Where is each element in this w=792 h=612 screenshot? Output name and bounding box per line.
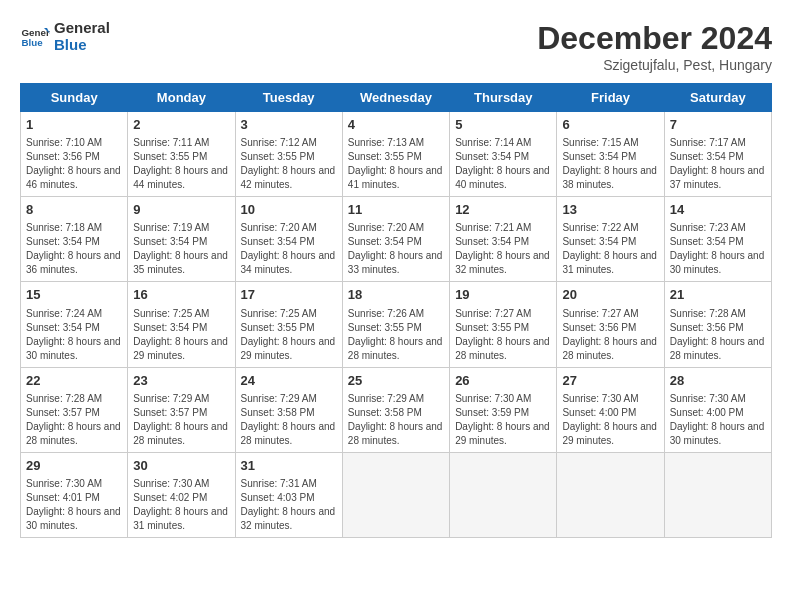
day-cell-16: 16 Sunrise: 7:25 AM Sunset: 3:54 PM Dayl…: [128, 282, 235, 367]
day-cell-23: 23 Sunrise: 7:29 AM Sunset: 3:57 PM Dayl…: [128, 367, 235, 452]
day-cell-3: 3 Sunrise: 7:12 AM Sunset: 3:55 PM Dayli…: [235, 112, 342, 197]
day-number: 30: [133, 457, 229, 475]
day-number: 28: [670, 372, 766, 390]
day-cell-9: 9 Sunrise: 7:19 AM Sunset: 3:54 PM Dayli…: [128, 197, 235, 282]
day-number: 27: [562, 372, 658, 390]
day-cell-1: 1 Sunrise: 7:10 AM Sunset: 3:56 PM Dayli…: [21, 112, 128, 197]
month-title: December 2024: [537, 20, 772, 57]
day-cell-10: 10 Sunrise: 7:20 AM Sunset: 3:54 PM Dayl…: [235, 197, 342, 282]
day-number: 11: [348, 201, 444, 219]
day-info: Sunrise: 7:19 AM Sunset: 3:54 PM Dayligh…: [133, 221, 229, 277]
day-cell-18: 18 Sunrise: 7:26 AM Sunset: 3:55 PM Dayl…: [342, 282, 449, 367]
day-number: 22: [26, 372, 122, 390]
day-number: 26: [455, 372, 551, 390]
day-number: 3: [241, 116, 337, 134]
day-cell-13: 13 Sunrise: 7:22 AM Sunset: 3:54 PM Dayl…: [557, 197, 664, 282]
day-number: 12: [455, 201, 551, 219]
day-number: 9: [133, 201, 229, 219]
day-info: Sunrise: 7:20 AM Sunset: 3:54 PM Dayligh…: [348, 221, 444, 277]
day-number: 7: [670, 116, 766, 134]
day-info: Sunrise: 7:13 AM Sunset: 3:55 PM Dayligh…: [348, 136, 444, 192]
logo-line2: Blue: [54, 37, 110, 54]
day-cell-28: 28 Sunrise: 7:30 AM Sunset: 4:00 PM Dayl…: [664, 367, 771, 452]
day-info: Sunrise: 7:23 AM Sunset: 3:54 PM Dayligh…: [670, 221, 766, 277]
empty-cell: [342, 452, 449, 537]
day-cell-29: 29 Sunrise: 7:30 AM Sunset: 4:01 PM Dayl…: [21, 452, 128, 537]
day-info: Sunrise: 7:28 AM Sunset: 3:56 PM Dayligh…: [670, 307, 766, 363]
day-info: Sunrise: 7:29 AM Sunset: 3:58 PM Dayligh…: [241, 392, 337, 448]
calendar-table: SundayMondayTuesdayWednesdayThursdayFrid…: [20, 83, 772, 538]
day-number: 10: [241, 201, 337, 219]
day-info: Sunrise: 7:29 AM Sunset: 3:58 PM Dayligh…: [348, 392, 444, 448]
logo-icon: General Blue: [20, 22, 50, 52]
day-cell-7: 7 Sunrise: 7:17 AM Sunset: 3:54 PM Dayli…: [664, 112, 771, 197]
day-cell-21: 21 Sunrise: 7:28 AM Sunset: 3:56 PM Dayl…: [664, 282, 771, 367]
day-number: 19: [455, 286, 551, 304]
day-info: Sunrise: 7:30 AM Sunset: 4:00 PM Dayligh…: [670, 392, 766, 448]
day-number: 16: [133, 286, 229, 304]
calendar-week-1: 1 Sunrise: 7:10 AM Sunset: 3:56 PM Dayli…: [21, 112, 772, 197]
location: Szigetujfalu, Pest, Hungary: [537, 57, 772, 73]
day-cell-2: 2 Sunrise: 7:11 AM Sunset: 3:55 PM Dayli…: [128, 112, 235, 197]
day-cell-11: 11 Sunrise: 7:20 AM Sunset: 3:54 PM Dayl…: [342, 197, 449, 282]
day-cell-25: 25 Sunrise: 7:29 AM Sunset: 3:58 PM Dayl…: [342, 367, 449, 452]
day-number: 13: [562, 201, 658, 219]
day-number: 24: [241, 372, 337, 390]
calendar-header-row: SundayMondayTuesdayWednesdayThursdayFrid…: [21, 84, 772, 112]
day-cell-20: 20 Sunrise: 7:27 AM Sunset: 3:56 PM Dayl…: [557, 282, 664, 367]
day-info: Sunrise: 7:30 AM Sunset: 3:59 PM Dayligh…: [455, 392, 551, 448]
day-cell-27: 27 Sunrise: 7:30 AM Sunset: 4:00 PM Dayl…: [557, 367, 664, 452]
empty-cell: [450, 452, 557, 537]
calendar-week-3: 15 Sunrise: 7:24 AM Sunset: 3:54 PM Dayl…: [21, 282, 772, 367]
empty-cell: [557, 452, 664, 537]
day-cell-17: 17 Sunrise: 7:25 AM Sunset: 3:55 PM Dayl…: [235, 282, 342, 367]
day-number: 1: [26, 116, 122, 134]
day-number: 5: [455, 116, 551, 134]
day-info: Sunrise: 7:24 AM Sunset: 3:54 PM Dayligh…: [26, 307, 122, 363]
title-block: December 2024 Szigetujfalu, Pest, Hungar…: [537, 20, 772, 73]
day-number: 31: [241, 457, 337, 475]
day-info: Sunrise: 7:26 AM Sunset: 3:55 PM Dayligh…: [348, 307, 444, 363]
day-number: 20: [562, 286, 658, 304]
day-info: Sunrise: 7:20 AM Sunset: 3:54 PM Dayligh…: [241, 221, 337, 277]
calendar-week-2: 8 Sunrise: 7:18 AM Sunset: 3:54 PM Dayli…: [21, 197, 772, 282]
day-info: Sunrise: 7:22 AM Sunset: 3:54 PM Dayligh…: [562, 221, 658, 277]
logo-line1: General: [54, 20, 110, 37]
day-cell-5: 5 Sunrise: 7:14 AM Sunset: 3:54 PM Dayli…: [450, 112, 557, 197]
day-number: 17: [241, 286, 337, 304]
day-number: 21: [670, 286, 766, 304]
day-info: Sunrise: 7:12 AM Sunset: 3:55 PM Dayligh…: [241, 136, 337, 192]
day-cell-8: 8 Sunrise: 7:18 AM Sunset: 3:54 PM Dayli…: [21, 197, 128, 282]
day-number: 6: [562, 116, 658, 134]
logo: General Blue General Blue: [20, 20, 110, 53]
day-number: 29: [26, 457, 122, 475]
day-info: Sunrise: 7:11 AM Sunset: 3:55 PM Dayligh…: [133, 136, 229, 192]
weekday-header-sunday: Sunday: [21, 84, 128, 112]
day-cell-30: 30 Sunrise: 7:30 AM Sunset: 4:02 PM Dayl…: [128, 452, 235, 537]
day-number: 25: [348, 372, 444, 390]
calendar-week-4: 22 Sunrise: 7:28 AM Sunset: 3:57 PM Dayl…: [21, 367, 772, 452]
day-number: 18: [348, 286, 444, 304]
weekday-header-friday: Friday: [557, 84, 664, 112]
page-header: General Blue General Blue December 2024 …: [20, 20, 772, 73]
day-info: Sunrise: 7:31 AM Sunset: 4:03 PM Dayligh…: [241, 477, 337, 533]
day-number: 8: [26, 201, 122, 219]
day-number: 4: [348, 116, 444, 134]
day-info: Sunrise: 7:17 AM Sunset: 3:54 PM Dayligh…: [670, 136, 766, 192]
day-number: 15: [26, 286, 122, 304]
day-cell-31: 31 Sunrise: 7:31 AM Sunset: 4:03 PM Dayl…: [235, 452, 342, 537]
calendar-week-5: 29 Sunrise: 7:30 AM Sunset: 4:01 PM Dayl…: [21, 452, 772, 537]
day-info: Sunrise: 7:29 AM Sunset: 3:57 PM Dayligh…: [133, 392, 229, 448]
weekday-header-wednesday: Wednesday: [342, 84, 449, 112]
day-cell-12: 12 Sunrise: 7:21 AM Sunset: 3:54 PM Dayl…: [450, 197, 557, 282]
day-info: Sunrise: 7:28 AM Sunset: 3:57 PM Dayligh…: [26, 392, 122, 448]
weekday-header-tuesday: Tuesday: [235, 84, 342, 112]
day-cell-6: 6 Sunrise: 7:15 AM Sunset: 3:54 PM Dayli…: [557, 112, 664, 197]
day-cell-24: 24 Sunrise: 7:29 AM Sunset: 3:58 PM Dayl…: [235, 367, 342, 452]
day-info: Sunrise: 7:10 AM Sunset: 3:56 PM Dayligh…: [26, 136, 122, 192]
day-info: Sunrise: 7:25 AM Sunset: 3:54 PM Dayligh…: [133, 307, 229, 363]
day-cell-19: 19 Sunrise: 7:27 AM Sunset: 3:55 PM Dayl…: [450, 282, 557, 367]
day-info: Sunrise: 7:18 AM Sunset: 3:54 PM Dayligh…: [26, 221, 122, 277]
weekday-header-monday: Monday: [128, 84, 235, 112]
day-info: Sunrise: 7:14 AM Sunset: 3:54 PM Dayligh…: [455, 136, 551, 192]
